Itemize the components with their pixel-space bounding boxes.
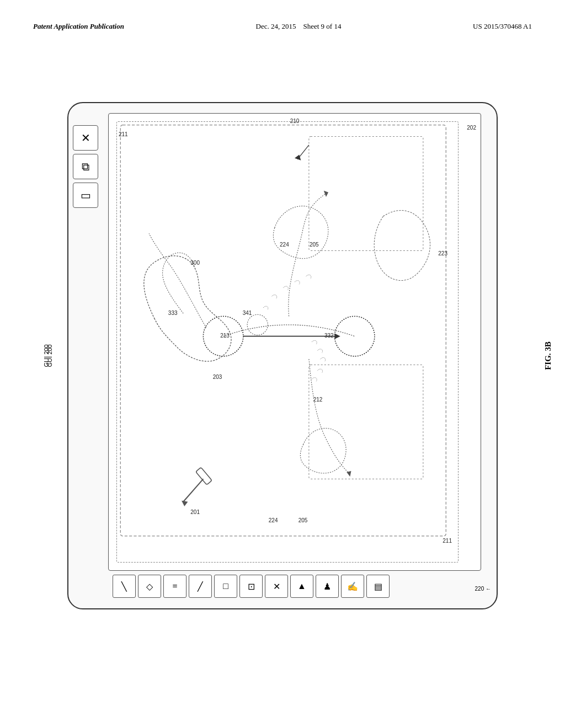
label-333: 333: [168, 310, 178, 316]
label-211-top: 211: [119, 131, 128, 137]
svg-rect-12: [196, 467, 212, 485]
svg-rect-0: [120, 125, 446, 536]
bottom-btn-person[interactable]: ♟: [316, 575, 339, 598]
bottom-btn-rect[interactable]: □: [214, 575, 237, 598]
bottom-btn-cross[interactable]: ✕: [265, 575, 288, 598]
bottom-btn-line[interactable]: ╲: [113, 575, 136, 598]
bottom-btn-text[interactable]: ▤: [366, 575, 390, 598]
header-patent-number: US 2015/370468 A1: [473, 22, 532, 31]
label-300: 300: [190, 260, 200, 266]
label-223: 223: [438, 250, 447, 256]
label-205-top: 205: [310, 242, 319, 248]
bottom-btn-lasso[interactable]: ◇: [138, 575, 161, 598]
svg-point-4: [334, 316, 374, 356]
svg-marker-11: [182, 501, 188, 506]
toolbar-btn-copy[interactable]: ⧉: [73, 154, 98, 179]
svg-marker-6: [334, 333, 340, 339]
bottom-btn-scissors[interactable]: ╱: [189, 575, 212, 598]
label-213: 213: [220, 333, 230, 339]
label-332: 332: [324, 333, 334, 339]
toolbar-btn-close[interactable]: ✕: [73, 125, 98, 151]
device-frame: ✕ ⧉ ▭: [67, 102, 498, 609]
svg-line-10: [183, 479, 203, 501]
svg-marker-14: [295, 155, 301, 160]
canvas-area: 210 211 211 202 300: [108, 113, 481, 571]
header-publication-label: Patent Application Publication: [33, 22, 124, 31]
bottom-btn-sign[interactable]: ✍: [341, 575, 364, 598]
label-224-top: 224: [280, 242, 289, 248]
label-202: 202: [467, 125, 476, 131]
label-220: 220 ←: [475, 586, 491, 592]
figure-area: GUI 200 ✕ ⧉ ▭: [33, 72, 532, 640]
toolbar-btn-minimize[interactable]: ▭: [73, 183, 98, 208]
label-212: 212: [313, 397, 323, 403]
bottom-btn-rect-edit[interactable]: ⊡: [239, 575, 263, 598]
label-224-bottom: 224: [269, 517, 278, 523]
label-201: 201: [190, 509, 200, 515]
left-toolbar: ✕ ⧉ ▭: [73, 125, 105, 208]
label-203: 203: [213, 374, 222, 380]
gui-label: GUI 200: [43, 345, 50, 367]
header-date-sheet: Dec. 24, 2015 Sheet 9 of 14: [256, 22, 342, 31]
svg-point-9: [247, 314, 268, 335]
page-header: Patent Application Publication Dec. 24, …: [33, 22, 532, 31]
svg-rect-2: [309, 365, 423, 479]
svg-marker-7: [324, 191, 328, 197]
diagram-svg: [109, 114, 481, 570]
bottom-toolbar: ╲ ◇ ≡ ╱ □ ⊡ ✕ ▲ ♟ ✍ ▤: [108, 572, 481, 601]
label-210: 210: [290, 118, 300, 124]
bottom-btn-list[interactable]: ≡: [163, 575, 186, 598]
label-211-bottom: 211: [443, 538, 452, 544]
label-341: 341: [243, 310, 252, 316]
bottom-btn-triangle[interactable]: ▲: [290, 575, 313, 598]
figure-label: FIG. 3B: [543, 341, 553, 370]
label-205-bottom: 205: [299, 517, 308, 523]
